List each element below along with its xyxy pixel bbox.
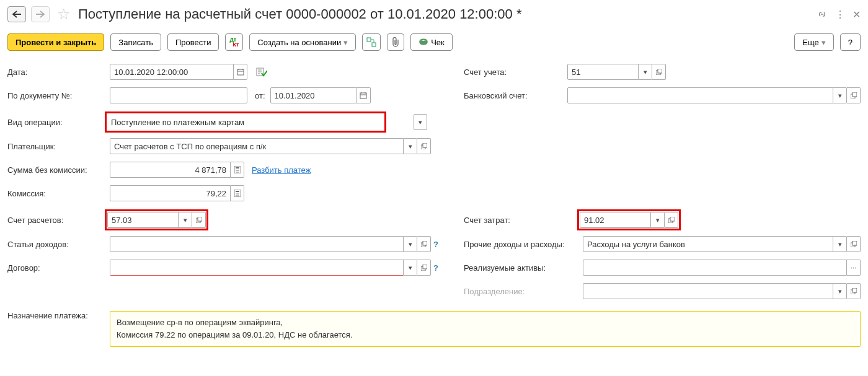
svg-point-15 — [236, 170, 237, 171]
toolbar: Провести и закрыть Записать Провести Дт … — [7, 33, 861, 51]
help-icon[interactable]: ? — [433, 263, 438, 273]
calendar-icon[interactable] — [357, 87, 371, 103]
split-payment-link[interactable]: Разбить платеж — [252, 165, 311, 175]
division-field[interactable] — [583, 283, 833, 299]
open-icon[interactable] — [192, 212, 206, 228]
payer-field[interactable]: Счет расчетов с ТСП по операциям с п/к — [110, 138, 404, 154]
post-button[interactable]: Провести — [167, 33, 219, 51]
open-icon[interactable] — [417, 260, 431, 276]
open-icon[interactable] — [417, 138, 431, 154]
open-icon[interactable] — [417, 236, 431, 252]
settlement-acc-highlight: 57.03 ▾ — [106, 211, 207, 229]
create-based-button[interactable]: Создать на основании▾ — [249, 33, 356, 51]
svg-rect-38 — [423, 265, 427, 269]
check-button[interactable]: Чек — [410, 33, 453, 51]
form: Дата: 10.01.2020 12:00:00 Счет учета: 51… — [7, 63, 861, 347]
purpose-line-2: Комиссия 79.22 по операциям за 09.01.20,… — [117, 329, 854, 341]
star-icon[interactable]: ☆ — [57, 7, 71, 22]
chevron-down-icon[interactable]: ▾ — [404, 138, 417, 154]
contract-label: Договор: — [7, 263, 110, 273]
svg-rect-12 — [423, 143, 427, 147]
open-icon[interactable] — [847, 236, 861, 252]
from-date-field[interactable]: 10.01.2020 — [270, 87, 357, 103]
svg-rect-40 — [852, 288, 857, 292]
nav-back-button[interactable] — [7, 6, 26, 22]
open-icon[interactable] — [847, 87, 861, 103]
op-type-field[interactable]: Поступление по платежным картам — [107, 114, 384, 130]
bank-acc-label: Банковский счет: — [464, 91, 567, 100]
titlebar: ☆ Поступление на расчетный счет 0000-000… — [7, 4, 861, 25]
attach-button[interactable] — [387, 33, 404, 51]
svg-rect-22 — [236, 191, 239, 192]
chevron-down-icon[interactable]: ▾ — [179, 212, 192, 228]
date-field[interactable]: 10.01.2020 12:00:00 — [110, 64, 234, 80]
income-item-field[interactable] — [110, 236, 404, 252]
help-icon[interactable]: ? — [433, 240, 438, 249]
purpose-label: Назначение платежа: — [7, 311, 110, 320]
settlement-acc-field[interactable]: 57.03 — [107, 212, 179, 228]
open-icon[interactable] — [665, 212, 678, 228]
svg-point-23 — [236, 193, 237, 195]
svg-rect-10 — [852, 92, 857, 97]
commission-field[interactable]: 79,22 — [110, 185, 231, 201]
page-title: Поступление на расчетный счет 0000-00000… — [78, 6, 812, 22]
svg-point-25 — [238, 193, 239, 195]
more-dots-icon[interactable]: ··· — [847, 260, 861, 276]
expense-acc-field[interactable]: 91.02 — [580, 212, 651, 228]
open-icon[interactable] — [847, 283, 861, 299]
account-label: Счет учета: — [464, 68, 567, 77]
svg-rect-32 — [670, 217, 675, 221]
more-button[interactable]: Еще▾ — [794, 33, 833, 51]
op-type-highlight: Поступление по платежным картам — [106, 113, 385, 131]
from-label: от: — [255, 91, 265, 100]
help-button[interactable]: ? — [840, 33, 861, 51]
calculator-icon[interactable] — [231, 162, 244, 178]
date-label: Дата: — [7, 68, 110, 77]
chevron-down-icon[interactable]: ▾ — [404, 260, 417, 276]
svg-rect-14 — [236, 167, 239, 168]
account-field[interactable]: 51 — [567, 64, 639, 80]
other-income-field[interactable]: Расходы на услуги банков — [583, 236, 833, 252]
nav-forward-button[interactable] — [31, 6, 50, 22]
svg-rect-4 — [237, 69, 244, 75]
svg-rect-1 — [372, 43, 376, 46]
chevron-down-icon[interactable]: ▾ — [639, 64, 652, 80]
link-icon[interactable] — [817, 9, 828, 20]
open-icon[interactable] — [652, 64, 666, 80]
other-income-label: Прочие доходы и расходы: — [464, 240, 583, 249]
svg-rect-8 — [360, 93, 366, 98]
assets-field[interactable] — [583, 260, 847, 276]
commission-label: Комиссия: — [7, 189, 110, 198]
chevron-down-icon[interactable]: ▾ — [651, 212, 665, 228]
sum-field[interactable]: 4 871,78 — [110, 162, 231, 178]
svg-rect-30 — [198, 217, 202, 221]
post-close-button[interactable]: Провести и закрыть — [7, 33, 104, 51]
chevron-down-icon[interactable]: ▾ — [414, 114, 427, 130]
purpose-line-1: Возмещение ср-в по операциям эквайринга, — [117, 317, 854, 329]
calculator-icon[interactable] — [231, 185, 244, 201]
doc-no-field[interactable] — [110, 87, 247, 103]
save-button[interactable]: Записать — [110, 33, 161, 51]
svg-point-19 — [237, 172, 238, 173]
svg-point-28 — [238, 195, 239, 196]
chevron-down-icon[interactable]: ▾ — [404, 236, 417, 252]
svg-point-17 — [238, 170, 239, 171]
svg-rect-34 — [423, 241, 427, 245]
contract-field[interactable] — [110, 260, 404, 276]
svg-point-26 — [236, 195, 237, 196]
sum-label: Сумма без комиссии: — [7, 165, 110, 175]
structure-button[interactable] — [362, 33, 381, 51]
kebab-menu-icon[interactable]: ⋮ — [835, 9, 845, 20]
calendar-icon[interactable] — [234, 64, 247, 80]
purpose-textarea[interactable]: Возмещение ср-в по операциям эквайринга,… — [110, 311, 861, 347]
chevron-down-icon[interactable]: ▾ — [833, 236, 847, 252]
svg-rect-0 — [367, 38, 371, 42]
chevron-down-icon[interactable]: ▾ — [833, 283, 847, 299]
bank-acc-field[interactable] — [567, 87, 833, 103]
chevron-down-icon[interactable]: ▾ — [833, 87, 847, 103]
doc-no-label: По документу №: — [7, 91, 110, 100]
expense-acc-label: Счет затрат: — [464, 216, 578, 225]
assets-label: Реализуемые активы: — [464, 263, 583, 273]
dtkt-button[interactable]: Дт Кт — [225, 33, 243, 51]
close-icon[interactable]: ✕ — [852, 9, 861, 20]
